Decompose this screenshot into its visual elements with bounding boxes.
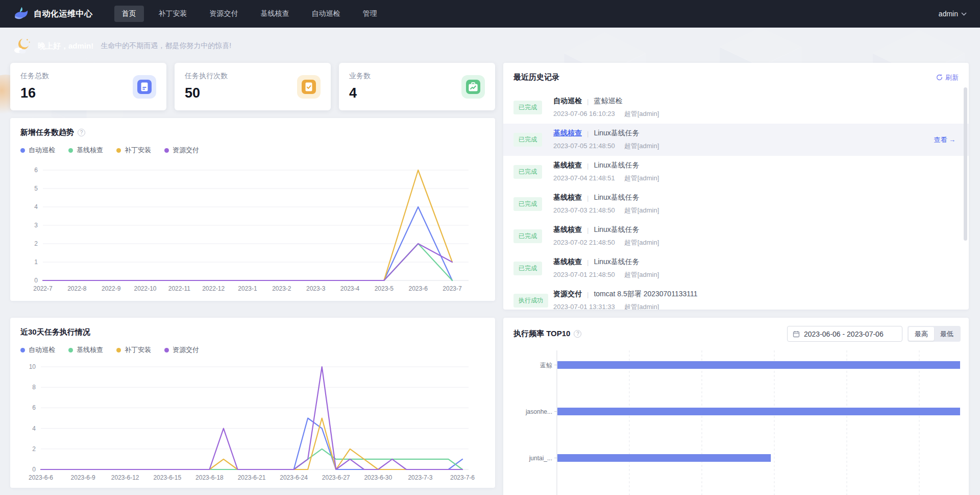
svg-text:2022-8: 2022-8 [67, 285, 87, 292]
task-time: 2023-07-05 21:48:50 [553, 142, 615, 150]
svg-text:2023-6: 2023-6 [408, 285, 428, 292]
task-type: 基线核查 [553, 193, 582, 202]
task-name: Linux基线任务 [594, 129, 639, 138]
legend-item-自动巡检[interactable]: 自动巡检 [20, 146, 55, 155]
task-time: 2023-07-03 21:48:50 [553, 206, 615, 214]
stat-card-3: 业务数4 [339, 63, 495, 110]
history-item-6[interactable]: 已完成基线核查|Linux基线任务2023-07-01 21:48:50超管[a… [503, 252, 969, 285]
svg-text:2023-4: 2023-4 [340, 285, 360, 292]
history-list: 已完成自动巡检|蓝鲸巡检2023-07-06 16:10:23超管[admin]… [503, 91, 969, 310]
app-title: 自动化运维中心 [34, 9, 93, 19]
whale-logo-icon [13, 7, 29, 21]
svg-text:2023-2: 2023-2 [272, 285, 291, 292]
svg-text:4: 4 [32, 425, 36, 432]
nav-item-5[interactable]: 自动巡检 [304, 6, 348, 22]
legend-item-资源交付[interactable]: 资源交付 [164, 345, 199, 355]
legend-dot [164, 348, 169, 352]
nav-item-2[interactable]: 补丁安装 [151, 6, 195, 22]
svg-text:4: 4 [34, 203, 38, 210]
legend-dot [116, 348, 121, 352]
toggle-lowest-button[interactable]: 最低 [934, 327, 960, 341]
history-item-1[interactable]: 已完成自动巡检|蓝鲸巡检2023-07-06 16:10:23超管[admin] [503, 91, 969, 124]
legend-item-补丁安装[interactable]: 补丁安装 [116, 345, 151, 355]
task-type: 自动巡检 [553, 97, 582, 106]
legend-item-资源交付[interactable]: 资源交付 [164, 146, 199, 155]
panel-history-title: 最近历史记录 [513, 73, 559, 82]
dashboard-page: 自动化运维中心 首页补丁安装资源交付基线核查自动巡检管理 admin 晚上好，a… [0, 0, 980, 495]
svg-text:2022-12: 2022-12 [202, 285, 225, 292]
svg-text:10: 10 [29, 363, 36, 370]
legend-item-补丁安装[interactable]: 补丁安装 [116, 146, 151, 155]
stat-card-1: 任务总数16 [10, 63, 166, 110]
user-menu[interactable]: admin [939, 10, 967, 18]
svg-text:5: 5 [34, 185, 38, 192]
greeting-bar: 晚上好，admin! 生命中的不期而遇，都是你努力中的惊喜! [12, 35, 231, 57]
refresh-button[interactable]: 刷新 [936, 73, 959, 82]
legend-item-基线核查[interactable]: 基线核查 [68, 146, 103, 155]
panel-top10-title: 执行频率 TOP10 [513, 329, 570, 339]
date-range-picker[interactable]: 2023-06-06 - 2023-07-06 [787, 326, 902, 342]
history-item-4[interactable]: 已完成基线核查|Linux基线任务2023-07-03 21:48:50超管[a… [503, 188, 969, 220]
svg-text:2023-6-27: 2023-6-27 [322, 474, 350, 481]
toggle-highest-button[interactable]: 最高 [909, 327, 934, 341]
panel-history-header: 最近历史记录 刷新 [503, 63, 969, 82]
status-badge: 已完成 [513, 262, 542, 275]
status-badge: 已完成 [513, 133, 542, 147]
legend-item-自动巡检[interactable]: 自动巡检 [20, 345, 55, 355]
svg-text:2: 2 [32, 445, 36, 453]
help-icon[interactable] [78, 129, 85, 136]
help-icon[interactable] [574, 330, 581, 338]
svg-text:2022-11: 2022-11 [168, 285, 190, 292]
panel-recent-history: 最近历史记录 刷新 已完成自动巡检|蓝鲸巡检2023-07-06 16:10:2… [503, 63, 969, 310]
scrollbar-thumb[interactable] [964, 87, 967, 241]
nav-item-4[interactable]: 基线核查 [253, 6, 297, 22]
svg-text:2023-7-3: 2023-7-3 [408, 474, 432, 481]
view-link[interactable]: 查看 → [934, 135, 955, 145]
svg-text:8: 8 [32, 384, 36, 391]
bar-chart-frequency-top10: 蓝鲸jasonhe...juntai_... [503, 350, 965, 495]
line-chart-new-task-trend: 01234562022-72022-82022-92022-102022-112… [16, 163, 489, 295]
task-time: 2023-07-01 21:48:50 [553, 271, 615, 278]
legend-dot [164, 148, 169, 153]
legend-dot [116, 148, 121, 153]
chevron-down-icon [961, 12, 967, 16]
nav-item-6[interactable]: 管理 [355, 6, 385, 22]
svg-text:2023-5: 2023-5 [375, 285, 394, 292]
panel-exec30-header: 近30天任务执行情况 [10, 318, 495, 337]
svg-text:2023-7-6: 2023-7-6 [450, 474, 475, 481]
svg-text:2023-6-15: 2023-6-15 [153, 474, 181, 481]
stat-card-2: 任务执行次数50 [175, 63, 331, 110]
chart-legend: 自动巡检基线核查补丁安装资源交付 [10, 137, 495, 155]
svg-text:蓝鲸: 蓝鲸 [540, 362, 552, 369]
history-item-7[interactable]: 执行成功资源交付|tomcat 8.5部署 202307011331112023… [503, 285, 969, 310]
arrow-right-icon: → [949, 136, 955, 144]
legend-dot [20, 348, 25, 352]
task-name: Linux基线任务 [594, 225, 639, 234]
user-name: admin [939, 10, 958, 18]
panel-frequency-top10: 执行频率 TOP10 2023-06-06 - 2023-07-06 最高 最低… [503, 318, 969, 495]
divider: | [587, 226, 589, 234]
history-item-5[interactable]: 已完成基线核查|Linux基线任务2023-07-02 21:48:50超管[a… [503, 220, 969, 252]
panel-30day-execution: 近30天任务执行情况 自动巡检基线核查补丁安装资源交付 02468102023-… [10, 318, 495, 488]
moon-cloud-icon [12, 37, 32, 55]
panel-trend-title: 新增任务数趋势 [20, 128, 74, 137]
svg-text:juntai_...: juntai_... [529, 455, 552, 462]
history-item-2[interactable]: 已完成基线核查|Linux基线任务2023-07-05 21:48:50超管[a… [503, 124, 969, 156]
svg-text:2022-7: 2022-7 [33, 285, 53, 292]
task-type[interactable]: 基线核查 [553, 129, 582, 138]
svg-text:2023-6-18: 2023-6-18 [195, 474, 224, 481]
task-operator: 超管[admin] [624, 303, 659, 310]
legend-item-基线核查[interactable]: 基线核查 [68, 345, 103, 355]
nav-item-1[interactable]: 首页 [114, 6, 144, 22]
nav-item-3[interactable]: 资源交付 [202, 6, 246, 22]
date-range-value: 2023-06-06 - 2023-07-06 [804, 330, 884, 338]
svg-text:6: 6 [34, 167, 38, 174]
line-chart-30day-execution: 02468102023-6-62023-6-92023-6-122023-6-1… [16, 360, 489, 484]
greeting-title: 晚上好，admin! [38, 41, 93, 51]
svg-text:6: 6 [32, 404, 36, 411]
task-operator: 超管[admin] [624, 174, 659, 182]
svg-text:2023-6-24: 2023-6-24 [280, 474, 308, 481]
chart-legend: 自动巡检基线核查补丁安装资源交付 [10, 337, 495, 355]
panel-exec30-title: 近30天任务执行情况 [20, 327, 90, 337]
history-item-3[interactable]: 已完成基线核查|Linux基线任务2023-07-04 21:48:51超管[a… [503, 156, 969, 188]
